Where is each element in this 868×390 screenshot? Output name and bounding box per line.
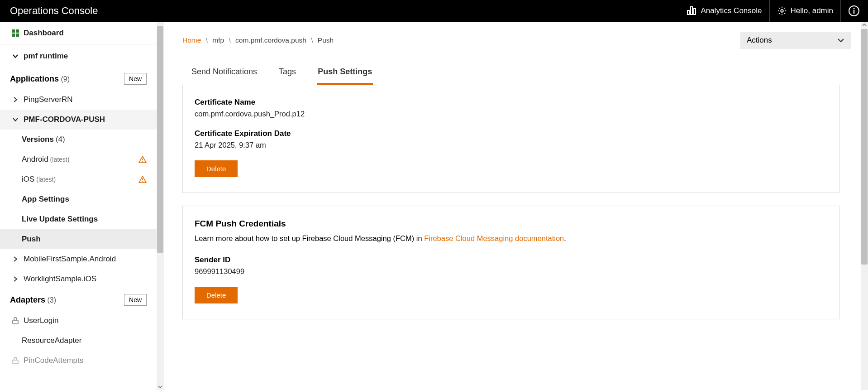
- sidebar-adapter-resource[interactable]: ResourceAdapter: [0, 331, 157, 351]
- sidebar: Dashboard pmf runtime Applications (9) N…: [0, 22, 164, 390]
- chevron-right-icon: [10, 256, 21, 262]
- sidebar-versions[interactable]: Versions (4): [0, 130, 157, 149]
- adapters-label: Adapters: [10, 295, 45, 304]
- sender-id-value: 969991130499: [195, 267, 828, 276]
- fcm-desc-b: .: [564, 234, 566, 242]
- cert-name-label: Certificate Name: [195, 98, 828, 107]
- tab-tags[interactable]: Tags: [278, 67, 297, 85]
- sidebar-app-settings[interactable]: App Settings: [0, 189, 157, 209]
- app-label: PMF-CORDOVA-PUSH: [24, 115, 105, 124]
- scroll-up-icon[interactable]: [862, 23, 867, 27]
- svg-point-5: [854, 8, 855, 10]
- breadcrumb-home[interactable]: Home: [182, 36, 201, 44]
- sidebar-app-worklight[interactable]: WorklightSample.iOS: [0, 269, 157, 289]
- app-settings-label: App Settings: [22, 195, 69, 204]
- chevron-right-icon: [10, 276, 21, 282]
- fcm-desc-a: Learn more about how to set up Firebase …: [195, 234, 424, 242]
- svg-rect-0: [687, 10, 689, 14]
- info-icon: [848, 5, 860, 17]
- breadcrumb-app[interactable]: com.pmf.cordova.push: [235, 36, 306, 44]
- svg-rect-1: [691, 7, 692, 14]
- versions-count: (4): [56, 135, 65, 144]
- app-label: MobileFirstSample.Android: [24, 255, 116, 264]
- sidebar-live-update[interactable]: Live Update Settings: [0, 209, 157, 229]
- scroll-down-icon[interactable]: [158, 385, 162, 389]
- sidebar-app-mobilefirst[interactable]: MobileFirstSample.Android: [0, 249, 157, 269]
- fcm-desc: Learn more about how to set up Firebase …: [195, 234, 828, 243]
- versions-label: Versions: [22, 135, 54, 144]
- sidebar-push[interactable]: Push: [0, 229, 157, 249]
- sidebar-app-pingserver[interactable]: PingServerRN: [0, 90, 157, 110]
- app-label: PingServerRN: [24, 95, 73, 104]
- analytics-label: Analytics Console: [701, 6, 762, 15]
- hello-label: Hello, admin: [791, 6, 834, 15]
- apps-label: Applications: [10, 74, 59, 83]
- svg-rect-9: [12, 34, 15, 37]
- svg-rect-16: [13, 360, 18, 364]
- svg-rect-8: [16, 29, 19, 33]
- platform-label: iOS: [22, 175, 34, 184]
- bar-chart-icon: [687, 6, 697, 15]
- app-label: WorklightSample.iOS: [24, 274, 96, 284]
- sidebar-app-pmfcordova[interactable]: PMF-CORDOVA-PUSH: [0, 110, 157, 130]
- sidebar-scrollbar[interactable]: [157, 22, 164, 390]
- chevron-right-icon: [10, 97, 21, 102]
- actions-dropdown[interactable]: Actions: [740, 32, 851, 49]
- live-update-label: Live Update Settings: [22, 215, 98, 224]
- breadcrumb-push: Push: [318, 36, 334, 44]
- breadcrumb-sep: \: [308, 36, 315, 44]
- warning-icon: [138, 155, 147, 164]
- user-menu[interactable]: Hello, admin: [770, 0, 841, 22]
- breadcrumb: Home \ mfp \ com.pmf.cordova.push \ Push: [182, 36, 334, 44]
- push-label: Push: [22, 235, 41, 244]
- main-content: Home \ mfp \ com.pmf.cordova.push \ Push…: [164, 22, 861, 390]
- console-title: Operations Console: [10, 5, 680, 17]
- actions-label: Actions: [747, 36, 772, 45]
- fcm-panel: FCM Push Credentials Learn more about ho…: [182, 206, 840, 319]
- svg-rect-14: [142, 181, 143, 182]
- sidebar-adapter-pincode[interactable]: PinCodeAttempts: [0, 351, 157, 371]
- svg-rect-7: [12, 29, 15, 33]
- svg-rect-6: [854, 10, 854, 14]
- cert-name-value: com.pmf.cordova.push_Prod.p12: [195, 110, 828, 118]
- apps-count: (9): [61, 75, 70, 83]
- adapters-count: (3): [47, 296, 56, 304]
- scrollbar-thumb[interactable]: [157, 26, 163, 253]
- sidebar-adapters-header: Adapters (3) New: [0, 289, 157, 311]
- sidebar-dashboard[interactable]: Dashboard: [0, 22, 157, 44]
- svg-rect-10: [16, 34, 19, 37]
- delete-fcm-button[interactable]: Delete: [195, 287, 238, 303]
- tab-send-notifications[interactable]: Send Notifications: [191, 67, 258, 85]
- delete-cert-button[interactable]: Delete: [195, 160, 238, 177]
- gear-icon: [777, 6, 787, 16]
- latest-label: (latest): [50, 156, 70, 163]
- new-app-button[interactable]: New: [124, 73, 147, 85]
- breadcrumb-sep: \: [203, 36, 210, 44]
- certificate-panel: Certificate Name com.pmf.cordova.push_Pr…: [182, 85, 840, 193]
- info-button[interactable]: [841, 0, 860, 22]
- dashboard-icon: [10, 29, 21, 37]
- dashboard-label: Dashboard: [24, 29, 64, 38]
- sender-id-label: Sender ID: [195, 255, 828, 265]
- sidebar-android[interactable]: Android (latest): [0, 149, 157, 169]
- sidebar-ios[interactable]: iOS (latest): [0, 169, 157, 189]
- latest-label: (latest): [36, 176, 56, 183]
- analytics-console-link[interactable]: Analytics Console: [680, 0, 769, 22]
- main-scrollbar[interactable]: [861, 22, 868, 390]
- tab-push-settings[interactable]: Push Settings: [317, 67, 373, 85]
- new-adapter-button[interactable]: New: [124, 294, 147, 306]
- svg-rect-13: [142, 178, 143, 180]
- scrollbar-thumb[interactable]: [861, 29, 868, 265]
- sidebar-runtime[interactable]: pmf runtime: [0, 44, 157, 68]
- sidebar-adapter-userlogin[interactable]: UserLogin: [0, 311, 157, 331]
- lock-icon: [10, 317, 21, 324]
- topbar: Operations Console Analytics Console Hel…: [0, 0, 868, 22]
- chevron-down-icon: [837, 38, 844, 43]
- warning-icon: [138, 175, 147, 183]
- runtime-label: pmf runtime: [24, 52, 68, 61]
- adapter-label: UserLogin: [24, 316, 59, 325]
- breadcrumb-mfp[interactable]: mfp: [212, 36, 224, 44]
- breadcrumb-sep: \: [226, 36, 233, 44]
- fcm-doc-link[interactable]: Firebase Cloud Messaging documentation: [424, 234, 564, 242]
- svg-rect-15: [13, 320, 18, 324]
